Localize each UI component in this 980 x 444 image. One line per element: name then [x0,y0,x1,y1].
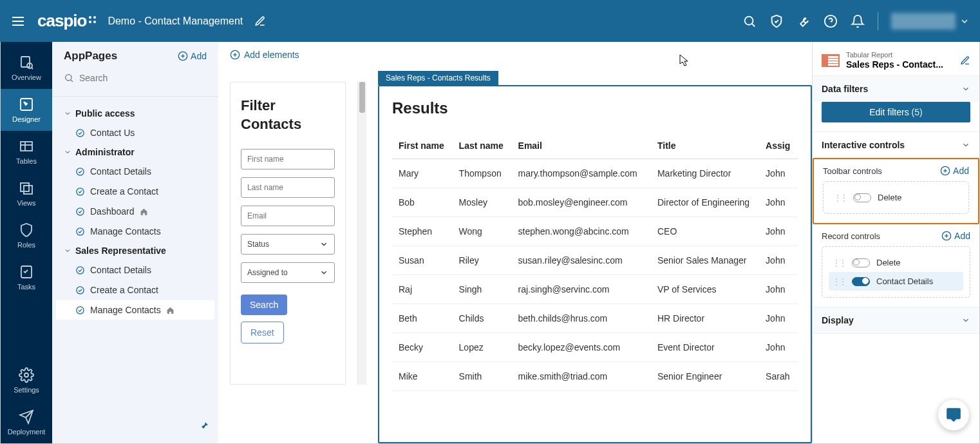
svg-rect-15 [24,186,32,194]
rail-views[interactable]: Views [1,173,52,215]
nav-rail: Overview Designer Tables Views Roles Tas… [1,42,52,443]
tree-node[interactable]: Create a Contact [56,280,214,300]
drag-handle-icon[interactable]: ⋮⋮ [834,193,847,202]
wrench-icon[interactable] [796,14,811,28]
help-icon[interactable] [824,14,838,28]
search-button[interactable]: Search [241,294,287,315]
table-row[interactable]: BethChildsbeth.childs@hrus.comHR Directo… [392,304,798,333]
add-elements-button[interactable]: Add elements [230,50,800,60]
shield-icon[interactable] [769,14,784,28]
rename-app-icon[interactable] [254,15,266,27]
tree-node[interactable]: Contact Us [56,123,214,142]
add-toolbar-control[interactable]: Add [940,166,969,176]
user-menu[interactable] [891,13,970,30]
svg-line-9 [32,68,33,69]
app-title: Demo - Contact Management [108,15,243,27]
tree-node[interactable]: Create a Contact [56,182,214,201]
sidebar-search[interactable] [64,69,207,87]
svg-rect-11 [21,142,32,151]
table-row[interactable]: RajSinghraj.singh@servinc.comVP of Servi… [392,275,798,304]
svg-point-26 [77,208,84,215]
control-row[interactable]: ⋮⋮Delete [829,253,963,272]
bell-icon[interactable] [851,14,865,28]
tree-group[interactable]: Public access [52,104,218,122]
toolbar-controls-section: Toolbar controls Add ⋮⋮Delete [813,158,979,224]
table-row[interactable]: BeckyLopezbecky.lopez@events.comEvent Di… [392,333,798,362]
email-input[interactable] [241,206,335,226]
toggle[interactable] [852,277,870,286]
col-header[interactable]: Last name [453,133,512,159]
rail-overview[interactable]: Overview [1,47,52,89]
toolbar-controls-label: Toolbar controls [823,166,882,176]
table-row[interactable]: MaryThompsonmary.thompson@sample.comMark… [392,159,798,188]
filter-card: Filter Contacts Status Assigned to Searc… [230,82,346,385]
tree-node[interactable]: Manage Contacts [56,222,214,241]
tree-node[interactable]: Dashboard [56,202,214,221]
control-row[interactable]: ⋮⋮Delete [830,188,962,207]
filter-title: Filter Contacts [241,97,335,133]
results-card[interactable]: Results First nameLast nameEmailTitleAss… [378,85,812,443]
toggle[interactable] [852,258,870,267]
drag-handle-icon[interactable]: ⋮⋮ [833,258,845,267]
section-data-filters[interactable]: Data filters [813,76,979,102]
control-row[interactable]: ⋮⋮Contact Details [829,272,963,291]
svg-point-25 [77,188,84,195]
tree-node[interactable]: Contact Details [56,162,214,181]
hamburger-menu[interactable] [10,14,26,29]
col-header[interactable]: First name [392,133,453,159]
table-row[interactable]: BobMosleybob.mosley@engineer.comDirector… [392,188,798,217]
tree-node[interactable]: Manage Contacts [56,300,214,320]
svg-point-28 [77,266,84,273]
rail-tasks[interactable]: Tasks [1,256,52,298]
status-select[interactable]: Status [241,234,335,255]
assigned-select[interactable]: Assigned to [241,262,335,283]
pin-icon[interactable] [199,421,209,434]
toggle[interactable] [853,193,871,202]
rail-roles[interactable]: Roles [1,215,52,256]
section-display[interactable]: Display [813,307,979,333]
svg-point-23 [77,129,84,136]
report-type-icon [822,54,840,67]
svg-point-17 [24,373,28,377]
properties-panel: Tabular Report Sales Reps - Contact... D… [812,42,979,443]
chat-fab[interactable] [938,400,969,430]
element-name: Sales Reps - Contact... [846,59,943,70]
svg-rect-7 [21,57,30,67]
sidebar-search-input[interactable] [79,73,207,83]
svg-point-29 [77,286,84,293]
search-icon[interactable] [742,14,757,28]
sidebar: AppPages Add Public accessContact UsAdmi… [52,42,218,443]
tree-group[interactable]: Administrator [52,143,218,161]
svg-point-27 [77,227,84,235]
table-row[interactable]: SusanRileysusan.riley@salesinc.comSenior… [392,246,798,275]
table-row[interactable]: StephenWongstephen.wong@abcinc.comCEOJoh… [392,217,798,246]
add-record-control[interactable]: Add [941,231,970,241]
rail-deployment[interactable]: Deployment [1,401,52,443]
tree-node[interactable]: Contact Details [56,260,214,280]
sidebar-title: AppPages [64,50,117,63]
svg-point-3 [745,16,753,24]
rail-designer[interactable]: Designer [1,89,52,131]
results-table: First nameLast nameEmailTitleAssig MaryT… [392,133,798,391]
rail-tables[interactable]: Tables [1,131,52,173]
element-type: Tabular Report [846,51,943,59]
first-name-input[interactable] [241,149,335,169]
app-header: caspio Demo - Contact Management [0,0,980,42]
col-header[interactable]: Email [512,133,651,159]
tree-group[interactable]: Sales Representative [52,242,218,260]
rail-settings[interactable]: Settings [1,360,52,401]
table-row[interactable]: MikeSmithmike.smith@triad.comSenior Engi… [392,362,798,391]
rename-element-icon[interactable] [960,55,970,66]
results-tab-label: Sales Reps - Contacts Results [378,71,498,85]
svg-line-22 [71,80,73,82]
reset-button[interactable]: Reset [241,322,284,343]
add-page-button[interactable]: Add [178,51,207,61]
edit-filters-button[interactable]: Edit filters (5) [822,102,970,122]
col-header[interactable]: Assig [759,133,798,159]
col-header[interactable]: Title [651,133,759,159]
scrollbar[interactable] [357,82,366,385]
last-name-input[interactable] [241,177,335,198]
svg-rect-14 [21,183,29,191]
section-interactive[interactable]: Interactive controls [813,132,979,158]
drag-handle-icon[interactable]: ⋮⋮ [833,277,845,286]
